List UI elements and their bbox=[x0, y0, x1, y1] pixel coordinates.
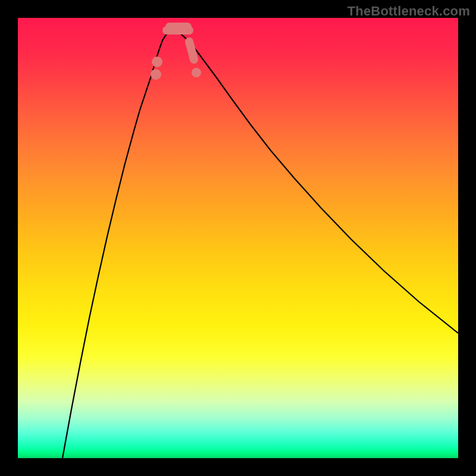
curve-right-branch bbox=[171, 30, 458, 333]
curve-group bbox=[62, 30, 458, 458]
plot-area bbox=[18, 18, 458, 458]
curve-left-branch bbox=[62, 30, 171, 458]
watermark-text: TheBottleneck.com bbox=[347, 4, 470, 19]
marker-segment-2 bbox=[189, 42, 194, 60]
marker-dot-0 bbox=[151, 69, 161, 80]
chart-overlay-svg bbox=[18, 18, 458, 458]
marker-dot-2 bbox=[192, 68, 201, 77]
chart-frame: TheBottleneck.com bbox=[0, 0, 476, 476]
marker-dot-1 bbox=[152, 57, 162, 67]
